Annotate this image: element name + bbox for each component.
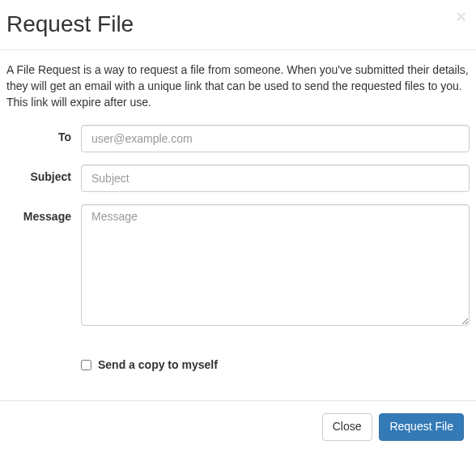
form-group-subject: Subject (6, 165, 470, 192)
modal-title: Request File (6, 12, 464, 37)
form-group-message: Message (6, 204, 470, 326)
close-button[interactable]: Close (322, 413, 372, 441)
message-label: Message (6, 204, 81, 223)
subject-label: Subject (6, 165, 81, 183)
message-textarea[interactable] (81, 204, 470, 326)
send-copy-label[interactable]: Send a copy to myself (98, 358, 218, 371)
modal-header: × Request File (0, 0, 476, 50)
modal-footer: Close Request File (0, 400, 476, 453)
modal-body: A File Request is a way to request a fil… (0, 50, 476, 387)
request-file-button[interactable]: Request File (379, 413, 464, 441)
form-group-to: To (6, 125, 470, 152)
send-copy-row: Send a copy to myself (6, 338, 470, 371)
send-copy-checkbox[interactable] (81, 360, 91, 370)
to-input[interactable] (81, 125, 470, 152)
subject-input[interactable] (81, 165, 470, 192)
to-label: To (6, 125, 81, 143)
close-icon[interactable]: × (456, 8, 466, 26)
description-text: A File Request is a way to request a fil… (6, 62, 470, 111)
